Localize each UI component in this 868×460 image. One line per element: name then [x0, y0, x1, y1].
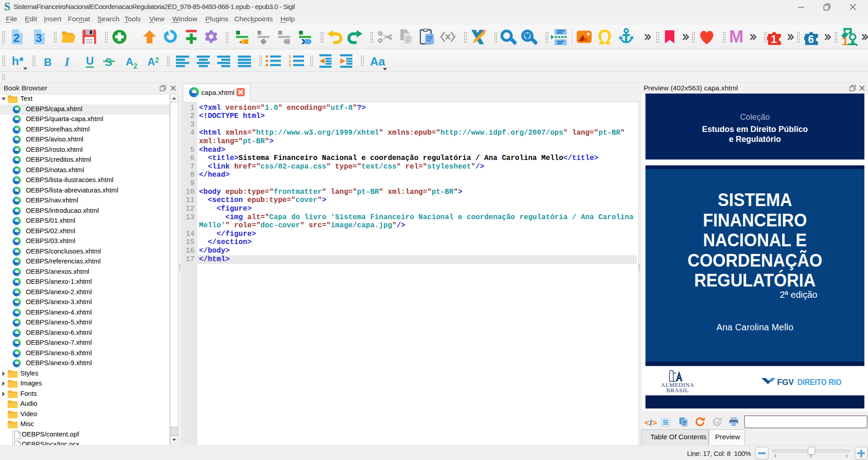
svg-text:6: 6 — [808, 33, 814, 45]
svg-text:3: 3 — [35, 31, 42, 45]
svg-text:css: css — [714, 420, 720, 424]
svg-text:2: 2 — [13, 31, 19, 45]
svg-text:1: 1 — [842, 34, 848, 46]
svg-text:3: 3 — [289, 62, 291, 67]
svg-text:BRASIL: BRASIL — [666, 387, 689, 393]
svg-text:1: 1 — [771, 33, 777, 45]
